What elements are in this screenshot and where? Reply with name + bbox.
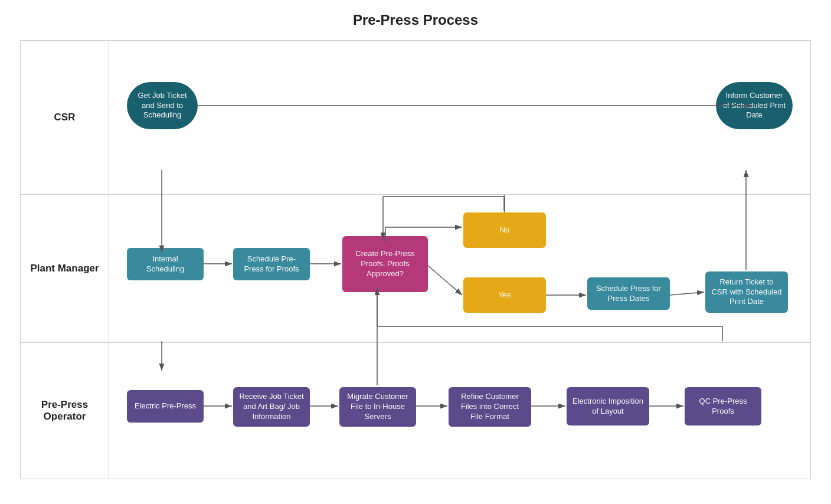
internal-scheduling-node: Internal Scheduling (127, 248, 204, 280)
migrate-customer-node: Migrate Customer File to In-House Server… (339, 387, 416, 427)
get-job-ticket-node: Get Job Ticket and Send to Scheduling (127, 82, 198, 129)
electronic-imposition-node: Electronic Imposition of Layout (567, 387, 649, 426)
plant-manager-arrows (109, 195, 810, 342)
prepress-operator-label: Pre-Press Operator (21, 343, 109, 479)
no-branch-node: No (463, 212, 546, 248)
svg-line-10 (670, 292, 704, 295)
diagram-wrapper: CSR Get Job Ticket and Send to Schedulin… (20, 40, 811, 479)
yes-branch-node: Yes (463, 277, 546, 313)
plant-manager-lane: Plant Manager Internal Scheduling Schedu… (21, 195, 810, 343)
schedule-prepress-proofs-node: Schedule Pre-Press for Proofs (233, 248, 310, 280)
prepress-operator-lane: Pre-Press Operator Electric Pre-Press Re… (21, 343, 810, 479)
create-prepress-proofs-node: Create Pre-Press Proofs. Proofs Approved… (342, 236, 428, 292)
qc-prepress-node: QC Pre-Press Proofs (685, 387, 761, 426)
prepress-operator-content: Electric Pre-Press Receive Job Ticket an… (109, 343, 810, 479)
csr-lane: CSR Get Job Ticket and Send to Schedulin… (21, 41, 810, 195)
inform-customer-node: Inform Customer of Scheduled Print Date (716, 82, 793, 129)
page-title: Pre-Press Process (353, 12, 478, 28)
plant-manager-content: Internal Scheduling Schedule Pre-Press f… (109, 195, 810, 342)
csr-arrows (109, 41, 810, 194)
csr-content: Get Job Ticket and Send to Scheduling In… (109, 41, 810, 194)
svg-line-7 (428, 266, 462, 295)
csr-label: CSR (21, 41, 109, 194)
electric-prepress-node: Electric Pre-Press (127, 390, 204, 423)
schedule-press-node: Schedule Press for Press Dates (587, 277, 670, 310)
process-diagram: CSR Get Job Ticket and Send to Schedulin… (20, 40, 811, 479)
receive-job-ticket-node: Receive Job Ticket and Art Bag/ Job Info… (233, 387, 310, 427)
plant-manager-label: Plant Manager (21, 195, 109, 342)
refine-customer-node: Refine Customer Files into Correct File … (449, 387, 531, 427)
return-ticket-node: Return Ticket to CSR with Scheduled Prin… (705, 271, 788, 313)
